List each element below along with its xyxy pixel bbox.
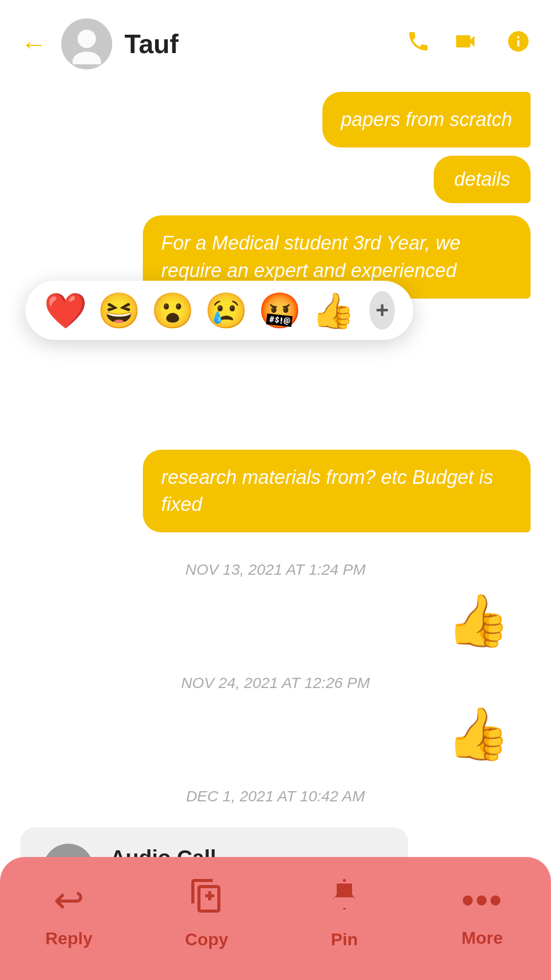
contact-name: Tauf bbox=[124, 29, 406, 59]
more-icon: ••• bbox=[461, 879, 503, 921]
copy-action[interactable]: Copy bbox=[138, 877, 276, 949]
reply-label: Reply bbox=[45, 928, 93, 948]
message-row: details bbox=[20, 156, 531, 203]
copy-label: Copy bbox=[185, 929, 229, 949]
reaction-bar: ❤️ 😆 😮 😢 🤬 👍 + bbox=[26, 281, 413, 340]
react-angry[interactable]: 🤬 bbox=[258, 293, 302, 328]
phone-icon[interactable] bbox=[406, 29, 431, 59]
message-row: 👍 bbox=[20, 591, 531, 650]
pin-label: Pin bbox=[331, 929, 358, 949]
svg-point-1 bbox=[72, 52, 101, 64]
back-button[interactable]: ← bbox=[20, 29, 47, 59]
message-bubble[interactable]: details bbox=[434, 156, 531, 203]
chat-header: ← Tauf bbox=[0, 0, 551, 82]
reply-action[interactable]: ↩ Reply bbox=[0, 878, 138, 948]
chat-area: papers from scratch details For a Medica… bbox=[0, 82, 551, 980]
react-cry[interactable]: 😢 bbox=[205, 293, 248, 328]
react-thumbsup[interactable]: 👍 bbox=[312, 293, 355, 328]
avatar bbox=[61, 18, 112, 69]
react-heart[interactable]: ❤️ bbox=[44, 293, 87, 328]
timestamp: DEC 1, 2021 AT 10:42 AM bbox=[20, 788, 531, 805]
timestamp: NOV 13, 2021 AT 1:24 PM bbox=[20, 561, 531, 578]
more-action[interactable]: ••• More bbox=[413, 879, 551, 948]
copy-icon bbox=[188, 877, 225, 922]
react-wow[interactable]: 😮 bbox=[151, 293, 194, 328]
message-row: research materials from? etc Budget is f… bbox=[20, 450, 531, 532]
message-row: 👍 bbox=[20, 704, 531, 763]
svg-point-0 bbox=[78, 30, 96, 48]
header-actions bbox=[406, 29, 531, 59]
react-laugh[interactable]: 😆 bbox=[97, 293, 141, 328]
video-icon[interactable] bbox=[453, 29, 484, 59]
more-label: More bbox=[461, 928, 503, 948]
reply-icon: ↩ bbox=[54, 878, 84, 921]
timestamp: NOV 24, 2021 AT 12:26 PM bbox=[20, 674, 531, 692]
thumbsup-reaction[interactable]: 👍 bbox=[426, 704, 531, 763]
thumbsup-reaction[interactable]: 👍 bbox=[426, 591, 531, 650]
pin-icon bbox=[326, 877, 363, 922]
message-row: papers from scratch bbox=[20, 92, 531, 148]
bottom-action-bar: ↩ Reply Copy Pin ••• More bbox=[0, 857, 551, 980]
more-reactions-button[interactable]: + bbox=[369, 291, 395, 330]
message-bubble[interactable]: papers from scratch bbox=[322, 92, 531, 148]
message-bubble[interactable]: research materials from? etc Budget is f… bbox=[143, 450, 531, 532]
pin-action[interactable]: Pin bbox=[276, 877, 413, 949]
info-icon[interactable] bbox=[506, 29, 531, 59]
